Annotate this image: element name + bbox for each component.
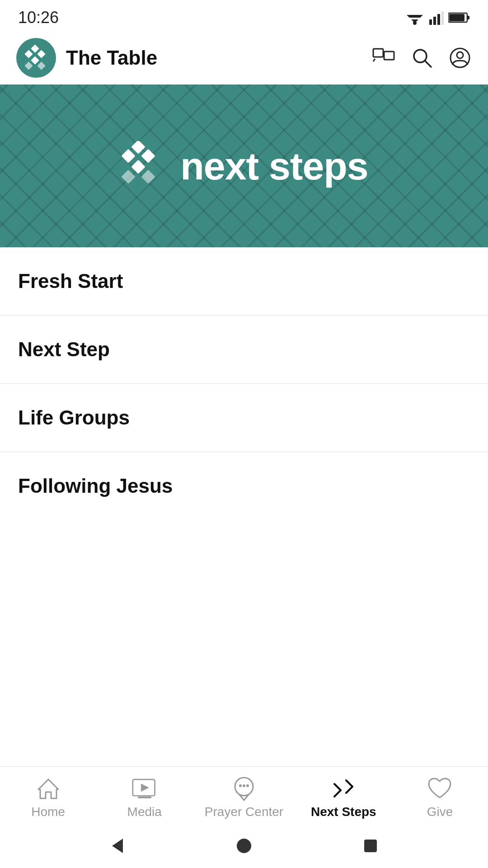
hero-content: next steps [120,141,368,191]
hero-banner: next steps [0,85,488,247]
menu-list: Fresh Start Next Step Life Groups Follow… [0,247,488,766]
svg-line-19 [373,59,375,61]
bottom-nav: Home Media Prayer Center [0,766,488,826]
menu-item-label: Fresh Start [18,270,123,292]
status-bar: 10:26 [0,0,488,32]
svg-rect-5 [433,17,436,25]
give-nav-icon [427,776,452,801]
svg-marker-42 [112,839,123,853]
svg-rect-28 [122,170,136,184]
back-button[interactable] [106,835,129,857]
home-button[interactable] [233,835,255,857]
hero-logo-icon [120,141,165,191]
svg-rect-29 [141,170,155,184]
svg-rect-15 [24,61,33,70]
home-nav-icon [36,776,61,801]
nav-item-give-label: Give [427,805,453,819]
svg-rect-16 [37,61,45,70]
menu-item-life-groups[interactable]: Life Groups [0,384,488,452]
nav-item-next-steps[interactable]: Next Steps [307,776,380,819]
svg-marker-32 [141,783,149,792]
menu-item-label: Life Groups [18,406,130,429]
svg-line-41 [334,784,341,790]
status-icons [405,10,470,25]
logo-icon [23,45,49,71]
hero-title: next steps [180,144,368,189]
menu-item-following-jesus[interactable]: Following Jesus [0,452,488,520]
nav-item-prayer-center-label: Prayer Center [205,805,283,819]
svg-marker-30 [38,779,58,798]
svg-line-38 [346,780,352,787]
svg-rect-25 [122,149,136,163]
svg-rect-18 [384,52,394,60]
svg-line-39 [346,787,352,793]
nav-item-home-label: Home [31,805,65,819]
app-title: The Table [66,47,157,69]
wifi-icon [405,10,425,25]
menu-item-next-step[interactable]: Next Step [0,316,488,384]
nav-item-give[interactable]: Give [404,776,476,819]
nav-item-home[interactable]: Home [12,776,84,819]
menu-item-label: Following Jesus [18,475,173,497]
svg-rect-7 [441,11,444,25]
header-left: The Table [16,38,157,78]
svg-rect-33 [137,797,151,798]
svg-rect-13 [37,50,45,58]
svg-rect-14 [31,56,39,64]
recent-button[interactable] [359,835,382,857]
svg-line-40 [334,790,341,797]
svg-point-23 [457,52,463,58]
svg-rect-10 [449,14,465,21]
svg-point-35 [239,784,242,787]
svg-rect-26 [141,149,155,163]
signal-icon [429,10,444,25]
svg-rect-9 [467,16,469,19]
next-steps-nav-icon [331,776,356,801]
status-time: 10:26 [18,8,59,27]
nav-item-next-steps-label: Next Steps [311,805,376,819]
menu-item-fresh-start[interactable]: Fresh Start [0,247,488,316]
nav-item-prayer-center[interactable]: Prayer Center [205,776,283,819]
nav-item-media-label: Media [127,805,162,819]
svg-rect-27 [131,160,145,174]
svg-rect-12 [24,50,33,58]
svg-point-43 [237,839,251,853]
account-icon[interactable] [448,46,472,70]
nav-item-media[interactable]: Media [108,776,181,819]
svg-rect-6 [437,14,440,25]
svg-point-3 [413,21,417,25]
svg-rect-11 [31,45,39,53]
svg-rect-17 [373,49,383,57]
search-icon[interactable] [410,46,434,70]
svg-rect-4 [429,19,432,25]
svg-rect-44 [364,840,377,852]
app-header: The Table [0,32,488,85]
menu-item-label: Next Step [18,338,110,360]
svg-point-36 [243,784,245,787]
svg-rect-24 [131,141,145,154]
app-logo [16,38,56,78]
header-actions [372,46,472,70]
chat-icon[interactable] [372,46,396,70]
svg-point-37 [246,784,249,787]
svg-line-21 [425,61,431,67]
media-nav-icon [132,776,157,801]
battery-icon [448,12,470,24]
prayer-center-nav-icon [231,776,257,801]
system-navigation [0,826,488,868]
